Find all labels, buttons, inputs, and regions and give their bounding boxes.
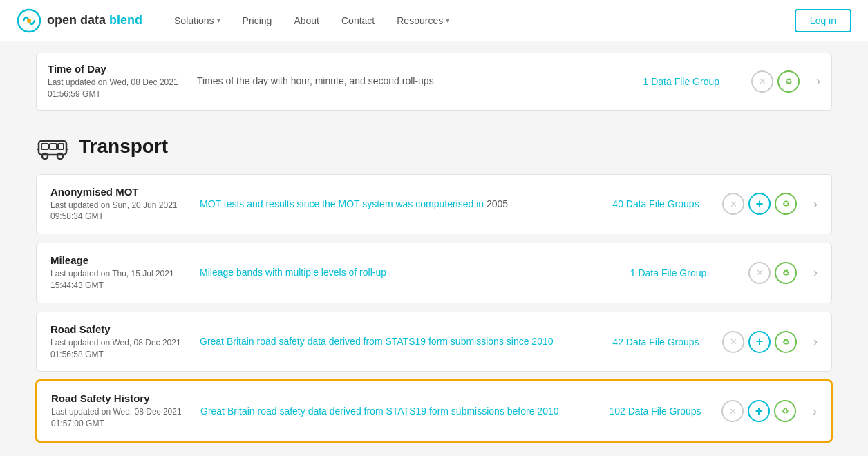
ds-name: Road Safety: [50, 323, 189, 335]
dataset-row[interactable]: Mileage Last updated on Thu, 15 Jul 2021…: [36, 243, 832, 303]
ds-info: Mileage Last updated on Thu, 15 Jul 2021…: [50, 254, 189, 292]
ds-name: Anonymised MOT: [50, 186, 189, 198]
cross-icon[interactable]: [722, 331, 744, 353]
arrow-icon[interactable]: ›: [813, 197, 818, 211]
leaf-icon[interactable]: [775, 193, 797, 215]
leaf-icon[interactable]: [775, 331, 797, 353]
ds-icons: [722, 331, 797, 353]
ds-updated: Last updated on Sun, 20 Jun 2021 09:58:3…: [50, 200, 189, 223]
arrow-icon[interactable]: ›: [813, 404, 817, 419]
ds-desc: Great Britain road safety data derived f…: [200, 334, 589, 349]
ds-info: Anonymised MOT Last updated on Sun, 20 J…: [50, 186, 189, 223]
ds-desc: Great Britain road safety data derived f…: [200, 404, 589, 419]
dataset-list: Anonymised MOT Last updated on Sun, 20 J…: [36, 174, 832, 442]
nav-contact[interactable]: Contact: [332, 10, 384, 32]
nav-links: Solutions ▾ Pricing About Contact Resour…: [164, 10, 480, 32]
dataset-row-highlighted[interactable]: Road Safety History Last updated on Wed,…: [36, 380, 832, 442]
logo[interactable]: open data blend: [17, 8, 142, 33]
ds-desc: MOT tests and results since the MOT syst…: [200, 197, 589, 211]
login-button[interactable]: Log in: [795, 9, 851, 32]
arrow-icon[interactable]: ›: [816, 74, 820, 88]
plus-icon[interactable]: [748, 331, 771, 353]
main-content: Time of Day Last updated on Wed, 08 Dec …: [19, 53, 849, 456]
ds-updated: Last updated on Wed, 08 Dec 2021 01:57:0…: [51, 406, 189, 430]
dataset-row[interactable]: Road Safety Last updated on Wed, 08 Dec …: [36, 312, 832, 372]
nav-resources[interactable]: Resources ▾: [387, 10, 459, 32]
ds-desc: Mileage bands with multiple levels of ro…: [200, 265, 602, 280]
ds-info: Road Safety Last updated on Wed, 08 Dec …: [50, 323, 189, 361]
ds-groups[interactable]: 1 Data File Group: [613, 267, 724, 278]
cross-icon[interactable]: [751, 70, 773, 93]
svg-point-7: [57, 153, 63, 159]
cross-icon[interactable]: [721, 400, 744, 422]
ds-icons: [722, 193, 797, 215]
time-of-day-row[interactable]: Time of Day Last updated on Wed, 08 Dec …: [36, 53, 832, 111]
ds-name: Mileage: [50, 254, 189, 266]
item-desc: Times of the day with hour, minute, and …: [197, 74, 598, 88]
nav-pricing[interactable]: Pricing: [233, 10, 282, 32]
ds-info: Road Safety History Last updated on Wed,…: [51, 392, 189, 430]
ds-groups[interactable]: 102 Data File Groups: [600, 406, 710, 417]
arrow-icon[interactable]: ›: [813, 265, 818, 280]
svg-point-6: [42, 153, 48, 159]
logo-text: open data blend: [47, 13, 142, 28]
ds-groups[interactable]: 42 Data File Groups: [601, 336, 711, 348]
navbar: open data blend Solutions ▾ Pricing Abou…: [0, 0, 868, 41]
plus-icon[interactable]: [748, 400, 770, 422]
svg-rect-3: [41, 144, 48, 149]
ds-updated: Last updated on Wed, 08 Dec 2021 01:56:5…: [50, 337, 189, 361]
chevron-down-icon-2: ▾: [446, 17, 449, 24]
ds-updated: Last updated on Thu, 15 Jul 2021 15:44:4…: [50, 268, 189, 292]
transport-section-header: Transport: [36, 133, 832, 160]
transport-icon: [36, 133, 69, 160]
ds-icons: [735, 262, 797, 284]
nav-solutions[interactable]: Solutions ▾: [164, 10, 230, 32]
item-name: Time of Day: [48, 63, 186, 75]
leaf-icon[interactable]: [777, 70, 800, 93]
cross-icon[interactable]: [748, 262, 771, 284]
nav-about[interactable]: About: [284, 10, 329, 32]
leaf-icon[interactable]: [775, 262, 797, 284]
section-title: Transport: [79, 135, 168, 158]
svg-point-1: [27, 19, 31, 23]
ds-name: Road Safety History: [51, 392, 189, 404]
ds-icons: [721, 400, 796, 422]
dataset-row[interactable]: Anonymised MOT Last updated on Sun, 20 J…: [36, 174, 832, 235]
item-groups[interactable]: 1 Data File Group: [609, 76, 719, 87]
item-info: Time of Day Last updated on Wed, 08 Dec …: [48, 63, 186, 100]
svg-rect-4: [50, 144, 57, 149]
cross-icon[interactable]: [722, 193, 744, 215]
arrow-icon[interactable]: ›: [813, 334, 818, 349]
plus-icon[interactable]: [748, 193, 771, 215]
chevron-down-icon: ▾: [217, 17, 220, 24]
ds-groups[interactable]: 40 Data File Groups: [601, 198, 711, 209]
item-updated: Last updated on Wed, 08 Dec 2021 01:56:5…: [48, 77, 186, 100]
svg-rect-5: [58, 144, 64, 149]
leaf-icon[interactable]: [774, 400, 796, 422]
item-icons: [730, 70, 800, 93]
